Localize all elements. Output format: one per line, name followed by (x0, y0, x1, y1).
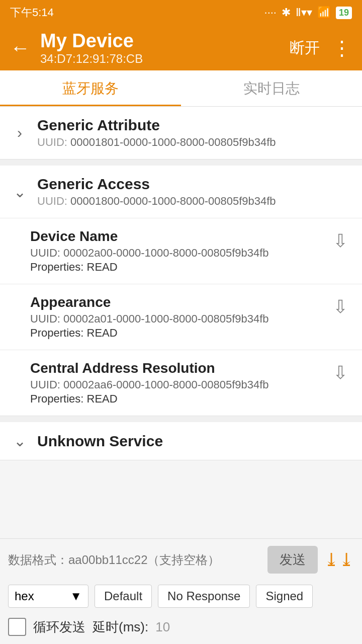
disconnect-button[interactable]: 断开 (290, 38, 320, 58)
service-generic-access-uuid: UUID: 00001800-0000-1000-8000-00805f9b34… (37, 195, 276, 208)
characteristic-device-name-title: Device Name (30, 228, 323, 245)
loop-checkbox[interactable] (8, 618, 26, 636)
status-time: 下午5:14 (10, 5, 54, 20)
chevron-down-icon-2: ⌄ (12, 432, 27, 450)
service-unknown-header[interactable]: ⌄ Unknown Service (0, 422, 362, 460)
format-signed-button[interactable]: Signed (256, 585, 313, 608)
signal-dots-icon: ···· (264, 6, 277, 19)
page-title: My Device (40, 30, 290, 52)
format-select[interactable]: hex ▼ (8, 585, 88, 608)
group-divider-1 (0, 159, 362, 166)
input-row: 发送 ⤓⤓ (0, 539, 362, 581)
characteristic-device-name-props: Properties: READ (30, 261, 323, 274)
toolbar: ← My Device 34:D7:12:91:78:CB 断开 ⋮ (0, 25, 362, 70)
wifi-icon: 📶 (317, 6, 331, 19)
service-generic-attribute: › Generic Attribute UUID: 00001801-0000-… (0, 107, 362, 159)
format-row: hex ▼ Default No Response Signed (0, 581, 362, 614)
back-button[interactable]: ← (10, 37, 30, 59)
toolbar-actions: 断开 ⋮ (290, 38, 352, 58)
tab-realtime-log[interactable]: 实时日志 (181, 70, 362, 106)
characteristic-central-address-uuid: UUID: 00002aa6-0000-1000-8000-00805f9b34… (30, 378, 323, 391)
group-divider-2 (0, 416, 362, 422)
service-generic-attribute-info: Generic Attribute UUID: 00001801-0000-10… (37, 117, 276, 149)
loop-label: 循环发送 (33, 618, 85, 636)
characteristic-appearance-uuid: UUID: 00002a01-0000-1000-8000-00805f9b34… (30, 312, 323, 326)
send-button[interactable]: 发送 (267, 546, 318, 574)
characteristic-central-address-title: Central Address Resolution (30, 360, 323, 376)
characteristic-appearance: Appearance UUID: 00002a01-0000-1000-8000… (0, 284, 362, 350)
cellular-icon: Ⅱ▾▾ (296, 6, 312, 19)
toolbar-title-group: My Device 34:D7:12:91:78:CB (40, 30, 290, 66)
service-generic-access-name: Generic Access (37, 176, 276, 193)
device-address: 34:D7:12:91:78:CB (40, 52, 290, 66)
battery-indicator: 19 (336, 7, 352, 19)
service-generic-access-header[interactable]: ⌄ Generic Access UUID: 00001800-0000-100… (0, 166, 362, 218)
characteristic-device-name-uuid: UUID: 00002a00-0000-1000-8000-00805f9b34… (30, 247, 323, 260)
characteristic-device-name-info: Device Name UUID: 00002a00-0000-1000-800… (30, 228, 323, 274)
service-unknown-info: Unknown Service (37, 433, 163, 450)
characteristic-appearance-info: Appearance UUID: 00002a01-0000-1000-8000… (30, 294, 323, 340)
bottom-bar: 发送 ⤓⤓ hex ▼ Default No Response Signed 循… (0, 538, 362, 644)
format-no-response-button[interactable]: No Response (158, 585, 250, 608)
delay-value: 10 (155, 619, 170, 635)
characteristic-device-name: Device Name UUID: 00002a00-0000-1000-800… (0, 218, 362, 284)
read-button-central-address[interactable]: ⇩ (331, 360, 350, 385)
read-button-appearance[interactable]: ⇩ (331, 294, 350, 319)
service-generic-access-info: Generic Access UUID: 00001800-0000-1000-… (37, 176, 276, 208)
characteristic-central-address-info: Central Address Resolution UUID: 00002aa… (30, 360, 323, 406)
characteristic-appearance-props: Properties: READ (30, 327, 323, 340)
service-unknown-name: Unknown Service (37, 433, 163, 450)
expand-icon[interactable]: ⤓⤓ (324, 549, 354, 571)
chevron-down-icon: ⌄ (12, 183, 27, 201)
service-unknown: ⌄ Unknown Service (0, 422, 362, 460)
data-input[interactable] (8, 553, 261, 567)
content-area: › Generic Attribute UUID: 00001801-0000-… (0, 107, 362, 576)
characteristic-appearance-title: Appearance (30, 294, 323, 310)
dropdown-chevron-icon: ▼ (70, 589, 82, 603)
loop-row: 循环发送 延时(ms): 10 (0, 614, 362, 644)
read-button-device-name[interactable]: ⇩ (331, 228, 350, 254)
characteristic-central-address-props: Properties: READ (30, 392, 323, 406)
service-generic-attribute-header[interactable]: › Generic Attribute UUID: 00001801-0000-… (0, 107, 362, 159)
status-bar: 下午5:14 ···· ✱ Ⅱ▾▾ 📶 19 (0, 0, 362, 25)
format-value: hex (15, 589, 34, 603)
bluetooth-icon: ✱ (282, 6, 291, 19)
service-generic-attribute-name: Generic Attribute (37, 117, 276, 134)
service-generic-attribute-uuid: UUID: 00001801-0000-1000-8000-00805f9b34… (37, 136, 276, 149)
characteristic-central-address: Central Address Resolution UUID: 00002aa… (0, 350, 362, 416)
service-generic-access: ⌄ Generic Access UUID: 00001800-0000-100… (0, 166, 362, 416)
characteristic-list: Device Name UUID: 00002a00-0000-1000-800… (0, 218, 362, 416)
format-default-button[interactable]: Default (95, 585, 152, 608)
chevron-right-icon: › (12, 124, 27, 141)
more-menu-button[interactable]: ⋮ (332, 38, 352, 58)
delay-label: 延时(ms): (93, 618, 148, 636)
status-icons: ···· ✱ Ⅱ▾▾ 📶 19 (264, 6, 352, 19)
tab-bluetooth-services[interactable]: 蓝牙服务 (0, 70, 181, 106)
tab-bar: 蓝牙服务 实时日志 (0, 70, 362, 107)
